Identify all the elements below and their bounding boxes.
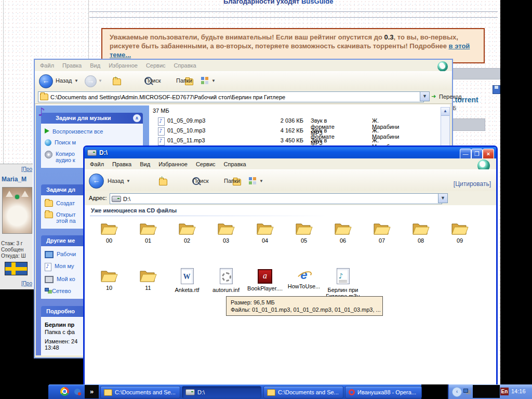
menu-view[interactable]: Вид	[90, 62, 100, 69]
folder-item[interactable]: 02	[168, 222, 206, 244]
go-label[interactable]: Переход	[439, 94, 462, 100]
menu-view[interactable]: Вид	[140, 161, 150, 167]
toolbar: ← Назад ▼ ↑ Поиск Папки ▼ [Цитировать]	[85, 169, 496, 192]
task-play-all[interactable]: Воспроизвести все	[45, 128, 140, 135]
back-label[interactable]: Назад	[56, 77, 72, 84]
folder-item[interactable]: 10	[90, 269, 128, 291]
menu-help[interactable]: Справка	[174, 62, 196, 69]
quicklaunch-overflow-chevron[interactable]: »	[85, 385, 99, 398]
go-arrow-icon[interactable]: ➜	[431, 93, 436, 100]
folders-label[interactable]: Папки	[176, 77, 192, 84]
file-item-anketa[interactable]: WAnketa.rtf	[168, 268, 206, 293]
tray-network-icon[interactable]	[463, 389, 468, 393]
menu-tools[interactable]: Сервис	[146, 62, 166, 69]
folder-item[interactable]: 09	[441, 222, 479, 244]
forum-stat: Стаж: 3 г	[1, 241, 33, 246]
tray-chevron-icon[interactable]: ‹	[452, 387, 462, 397]
clock: 14:16	[511, 388, 526, 394]
divider	[89, 11, 498, 12]
folder-item[interactable]: 11	[129, 269, 167, 291]
address-input[interactable]: D:\	[110, 193, 442, 204]
drive-icon	[87, 150, 97, 156]
music-tasks-header[interactable]: ♪ Задачи для музыки ∧	[41, 113, 143, 124]
new-folder-icon	[45, 200, 53, 207]
page-header: Благодарности уходят BusGuide	[223, 0, 333, 5]
language-indicator[interactable]: En	[500, 388, 509, 395]
views-dropdown-icon[interactable]: ▼	[211, 78, 216, 83]
taskbar-button-explorer1[interactable]: C:\Documents and Se...	[100, 386, 180, 398]
folder-item[interactable]: 08	[402, 222, 440, 244]
menu-file[interactable]: Файл	[90, 161, 104, 167]
menu-favorites[interactable]: Избранное	[109, 62, 138, 69]
search-label[interactable]: Поиск	[145, 77, 161, 84]
folder-item[interactable]: 06	[324, 222, 362, 244]
folder-icon	[40, 94, 48, 100]
menu-favorites[interactable]: Избранное	[158, 161, 188, 167]
file-item-playlist[interactable]: ♪Берлин приГитлере.m3u	[324, 268, 362, 299]
title-bar[interactable]: D:\	[85, 147, 496, 158]
back-dropdown-icon[interactable]: ▼	[74, 78, 78, 83]
back-dropdown-icon[interactable]: ▼	[126, 179, 130, 183]
search-label[interactable]: Поиск	[193, 178, 208, 184]
music-note-icon: ♪	[38, 107, 45, 117]
quote-link[interactable]: [Цитировать]	[454, 180, 491, 188]
menu-bar: Файл Правка Вид Избранное Сервис Справка	[85, 158, 496, 169]
back-button[interactable]: ←	[89, 174, 104, 189]
chevron-up-icon[interactable]: ∧	[133, 114, 141, 122]
folder-item[interactable]: 01	[129, 222, 167, 244]
profile-link[interactable]: [Про	[21, 281, 32, 286]
file-item-bookplayer[interactable]: aBookPlayer....	[246, 269, 284, 291]
globe-icon	[45, 139, 51, 146]
address-path: C:\Documents and Settings\Admin.MICROSOF…	[50, 94, 285, 100]
taskbar-button-explorer-d[interactable]: D:\	[182, 386, 261, 398]
address-dropdown[interactable]: ▼	[438, 193, 448, 203]
drive-icon	[185, 389, 195, 395]
quicklaunch-app-icon[interactable]	[74, 389, 81, 395]
taskbar-button-explorer2[interactable]: C:\Documents and Se...	[263, 386, 343, 398]
views-icon[interactable]	[201, 77, 204, 80]
forum-username[interactable]: Maria_M	[2, 176, 33, 183]
address-input[interactable]: C:\Documents and Settings\Admin.MICROSOF…	[38, 91, 424, 102]
folders-label[interactable]: Папки	[224, 178, 240, 184]
folder-item[interactable]: 00	[90, 222, 128, 244]
bookplayer-icon: a	[258, 269, 272, 284]
sweden-flag-icon	[5, 262, 28, 275]
warning-rating: 0.3	[384, 33, 394, 41]
group-underline	[90, 216, 329, 216]
menu-edit[interactable]: Правка	[62, 62, 82, 69]
forward-button[interactable]: →	[85, 75, 97, 87]
table-row-fragment	[451, 118, 485, 131]
address-dropdown[interactable]: ▼	[420, 91, 430, 101]
menu-tools[interactable]: Сервис	[196, 161, 216, 167]
folder-item[interactable]: 07	[363, 222, 401, 244]
views-dropdown-icon[interactable]: ▼	[259, 179, 263, 183]
menu-edit[interactable]: Правка	[112, 161, 131, 167]
mp3-file-icon: ♪	[158, 127, 165, 136]
folder-icon	[104, 389, 112, 396]
drive-icon	[112, 196, 121, 202]
chrome-icon[interactable]	[60, 387, 69, 396]
back-label[interactable]: Назад	[108, 178, 124, 184]
profile-link[interactable]: [Про	[21, 166, 32, 172]
file-item-howtouse[interactable]: eHowToUse...	[285, 268, 323, 289]
menu-bar: Файл Правка Вид Избранное Сервис Справка	[35, 60, 452, 71]
file-item-autorun[interactable]: autorun.inf	[207, 268, 245, 293]
scroll-up-icon[interactable]: ▲	[441, 108, 449, 116]
menu-file[interactable]: Файл	[40, 62, 54, 69]
playlist-icon: ♪	[337, 268, 350, 284]
window-title: D:\	[99, 149, 108, 156]
network-icon	[45, 288, 49, 291]
forum-stat: Сообщен	[1, 247, 33, 252]
taskbar-button-opera[interactable]: Иванушка88 - Opera...	[345, 386, 422, 398]
folder-item[interactable]: 03	[207, 222, 245, 244]
back-button[interactable]: ←	[39, 74, 53, 88]
avatar-ear	[6, 191, 13, 197]
menu-help[interactable]: Справка	[224, 161, 246, 167]
page-header-bold: BusGuide	[301, 0, 333, 5]
explorer-window-d: D:\ — ❒ × Файл Правка Вид Избранное Серв…	[83, 145, 498, 388]
toolbar: ← Назад ▼ → ▼ ↑ Поиск Папки ▼	[35, 71, 452, 91]
views-icon[interactable]	[249, 177, 252, 180]
publish-folder-icon	[45, 211, 53, 218]
folder-item[interactable]: 05	[285, 222, 323, 244]
folder-item[interactable]: 04	[246, 222, 284, 244]
